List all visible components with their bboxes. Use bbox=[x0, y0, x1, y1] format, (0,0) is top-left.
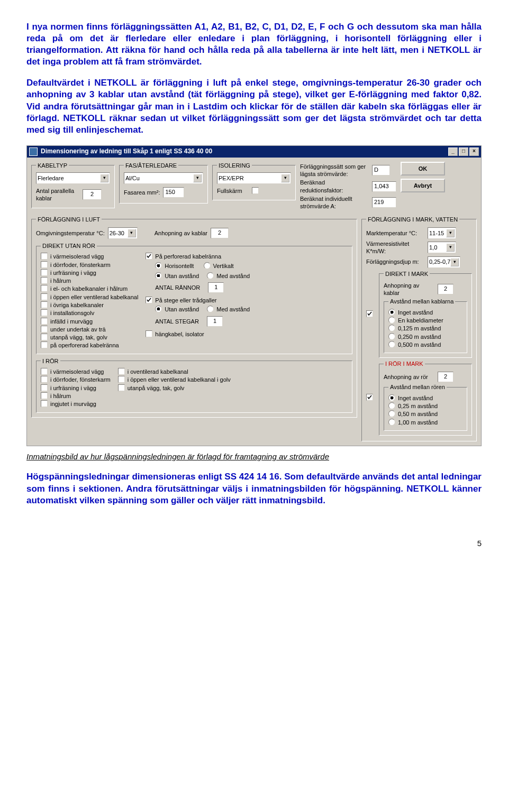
med-avstand-2-radio[interactable]: Med avstånd bbox=[207, 306, 250, 313]
option-radio[interactable]: 0,500 m avstånd bbox=[388, 341, 462, 348]
option-checkbox[interactable]: i hålrum bbox=[41, 392, 111, 400]
isolering-select[interactable]: PEX/EPR▾ bbox=[217, 172, 291, 184]
parallel-label: Antal parallella kablar bbox=[36, 187, 79, 202]
djup-select[interactable]: 0,25-0,7▾ bbox=[428, 256, 460, 268]
option-checkbox[interactable]: infälld i murvägg bbox=[41, 318, 138, 325]
ror-avstand-legend: Avstånd mellan rören bbox=[388, 383, 447, 391]
option-checkbox[interactable]: i öppen eller ventilerad kabelkanal i go… bbox=[118, 376, 231, 383]
result-factor-value: 1,043 bbox=[372, 181, 396, 192]
fas-legend: FAS/ÅTERLEDARE bbox=[124, 162, 178, 169]
ok-button[interactable]: OK bbox=[401, 162, 445, 176]
mark-avstand-group: Avstånd mellan kablarna Inget avståndEn … bbox=[384, 298, 467, 353]
vertikalt-radio[interactable]: Vertikalt bbox=[204, 262, 234, 270]
result-method-label: Förläggningssätt som ger lägsta strömvär… bbox=[300, 163, 369, 178]
dialog-window: Dimensionering av ledning till Skåp 1 en… bbox=[26, 145, 482, 446]
kabeltyp-group: KABELTYP Flerledare▾ Antal parallella ka… bbox=[31, 162, 115, 208]
hangkabel-checkbox[interactable]: hängkabel, isolator bbox=[146, 330, 250, 338]
bottom-paragraph: Högspänningsledningar dimensioneras enli… bbox=[26, 471, 482, 506]
option-checkbox[interactable]: på operforerad kabelränna bbox=[41, 342, 138, 349]
option-checkbox[interactable]: utanpå vägg, tak, golv bbox=[41, 334, 138, 341]
option-checkbox[interactable]: i installationsgolv bbox=[41, 309, 138, 317]
option-checkbox[interactable]: i el- och kabelkanaler i hålrum bbox=[41, 285, 138, 292]
parallel-input[interactable]: 2 bbox=[83, 189, 102, 200]
marktemp-select[interactable]: 11-15▾ bbox=[428, 227, 456, 239]
ror-avstand-group: Avstånd mellan rören Inget avstånd0,25 m… bbox=[384, 383, 467, 430]
option-radio[interactable]: En kabeldiameter bbox=[388, 317, 462, 324]
option-radio[interactable]: 0,25 m avstånd bbox=[388, 402, 462, 410]
mark-legend: FÖRLÄGGNING I MARK, VATTEN bbox=[366, 216, 459, 223]
page-number: 5 bbox=[26, 538, 482, 549]
direkt-utan-ror-group: DIREKT UTAN RÖR i värmeisolerad väggi dö… bbox=[36, 242, 352, 354]
varmeres-select[interactable]: 1,0▾ bbox=[428, 242, 456, 253]
option-checkbox[interactable]: i oventilerad kabelkanal bbox=[118, 368, 231, 375]
direkt-left-list: i värmeisolerad väggi dörrfoder, fönster… bbox=[41, 253, 138, 349]
option-radio[interactable]: 1,00 m avstånd bbox=[388, 419, 462, 426]
ror-anh-input[interactable]: 2 bbox=[438, 372, 453, 382]
utan-avstand-2-radio[interactable]: Utan avstånd bbox=[155, 306, 199, 313]
ror-left-list: i värmeisolerad väggi dörrfoder, fönster… bbox=[41, 368, 111, 408]
option-checkbox[interactable]: i värmeisolerad vägg bbox=[41, 368, 111, 375]
ror-i-mark-group: I RÖR I MARK Anhopning av rör2 Avstånd m… bbox=[379, 360, 472, 436]
mark-avstand-legend: Avstånd mellan kablarna bbox=[388, 298, 455, 305]
djup-label: Förläggningsdjup m: bbox=[366, 258, 424, 265]
app-icon bbox=[29, 147, 38, 156]
option-checkbox[interactable]: i öppen eller ventilerad kabelkanal bbox=[41, 293, 138, 301]
fas-group: FAS/ÅTERLEDARE Al/Cu▾ Fasarea mm²: 150 bbox=[119, 162, 208, 204]
kabeltyp-select[interactable]: Flerledare▾ bbox=[36, 172, 110, 184]
cancel-button[interactable]: Avbryt bbox=[401, 179, 445, 192]
anhopning-input[interactable]: 2 bbox=[211, 228, 229, 238]
option-radio[interactable]: 0,125 m avstånd bbox=[388, 325, 462, 332]
minimize-button[interactable]: _ bbox=[448, 147, 458, 156]
option-checkbox[interactable]: i dörrfoder, fönsterkarm bbox=[41, 261, 138, 269]
i-ror-legend: I RÖR bbox=[41, 357, 60, 365]
result-current-label: Beräknat individuellt strömvärde A: bbox=[300, 195, 369, 210]
option-radio[interactable]: Inget avstånd bbox=[388, 394, 462, 402]
option-radio[interactable]: 0,50 m avstånd bbox=[388, 410, 462, 418]
mark-group: FÖRLÄGGNING I MARK, VATTEN Marktemperatu… bbox=[361, 216, 477, 441]
antal-stegar-input[interactable]: 1 bbox=[207, 316, 223, 327]
direkt-i-mark-checkbox[interactable] bbox=[366, 310, 376, 318]
perforerad-checkbox[interactable]: På perforerad kabelränna bbox=[146, 253, 250, 260]
isolering-legend: ISOLERING bbox=[217, 162, 252, 169]
fasarea-input[interactable]: 150 bbox=[163, 187, 184, 198]
kabeltyp-legend: KABELTYP bbox=[36, 162, 69, 169]
anhopning-label: Anhopning av kablar bbox=[155, 229, 207, 237]
ror-anh-label: Anhopning av rör bbox=[384, 373, 434, 381]
result-current-value: 219 bbox=[372, 197, 396, 208]
antal-rannor-input[interactable]: 1 bbox=[208, 282, 224, 293]
ror-i-mark-legend: I RÖR I MARK bbox=[384, 360, 425, 367]
mark-anh-input[interactable]: 2 bbox=[438, 284, 453, 294]
marktemp-label: Marktemperatur °C: bbox=[366, 229, 424, 237]
fullskarm-checkbox[interactable] bbox=[252, 187, 261, 195]
window-title: Dimensionering av ledning till Skåp 1 en… bbox=[41, 147, 212, 156]
option-checkbox[interactable]: utanpå vägg, tak, golv bbox=[118, 384, 231, 392]
utan-avstand-1-radio[interactable]: Utan avstånd bbox=[155, 272, 199, 280]
ror-i-mark-checkbox[interactable] bbox=[366, 394, 376, 401]
intro-paragraph-2: Defaultvärdet i NETKOLL är förläggning i… bbox=[26, 77, 482, 135]
option-checkbox[interactable]: i hålrum bbox=[41, 277, 138, 284]
option-checkbox[interactable]: ingjutet i murvägg bbox=[41, 400, 111, 408]
luft-legend: FÖRLÄGGNING I LUFT bbox=[36, 216, 102, 223]
option-checkbox[interactable]: i dörrfoder, fönsterkarm bbox=[41, 376, 111, 383]
isolering-group: ISOLERING PEX/EPR▾ Fullskärm bbox=[212, 162, 296, 201]
stege-checkbox[interactable]: På stege eller trådgaller bbox=[146, 297, 250, 304]
option-checkbox[interactable]: under undertak av trä bbox=[41, 326, 138, 333]
horisontellt-radio[interactable]: Horisontellt bbox=[155, 262, 194, 270]
results-block: Förläggningssätt som ger lägsta strömvär… bbox=[300, 162, 396, 211]
option-checkbox[interactable]: i värmeisolerad vägg bbox=[41, 253, 138, 260]
varmeres-label: Värmeresistivitet K*m/W: bbox=[366, 240, 424, 255]
option-checkbox[interactable]: i urfräsning i vägg bbox=[41, 269, 138, 276]
result-factor-label: Beräknad reduktionsfaktor: bbox=[300, 179, 369, 194]
med-avstand-1-radio[interactable]: Med avstånd bbox=[207, 272, 250, 280]
option-checkbox[interactable]: i övriga kabelkanaler bbox=[41, 301, 138, 309]
omgivtemp-label: Omgivningstemperatur °C: bbox=[36, 229, 105, 237]
fasarea-label: Fasarea mm²: bbox=[124, 189, 160, 196]
option-checkbox[interactable]: i urfräsning i vägg bbox=[41, 384, 111, 392]
close-button[interactable]: × bbox=[469, 147, 479, 156]
omgivtemp-select[interactable]: 26-30▾ bbox=[108, 227, 138, 239]
intro-paragraph-1: I nya normen finns förläggningssätten A1… bbox=[26, 21, 482, 68]
fas-select[interactable]: Al/Cu▾ bbox=[124, 172, 203, 184]
maximize-button[interactable]: □ bbox=[459, 147, 468, 156]
option-radio[interactable]: Inget avstånd bbox=[388, 309, 462, 316]
option-radio[interactable]: 0,250 m avstånd bbox=[388, 333, 462, 340]
